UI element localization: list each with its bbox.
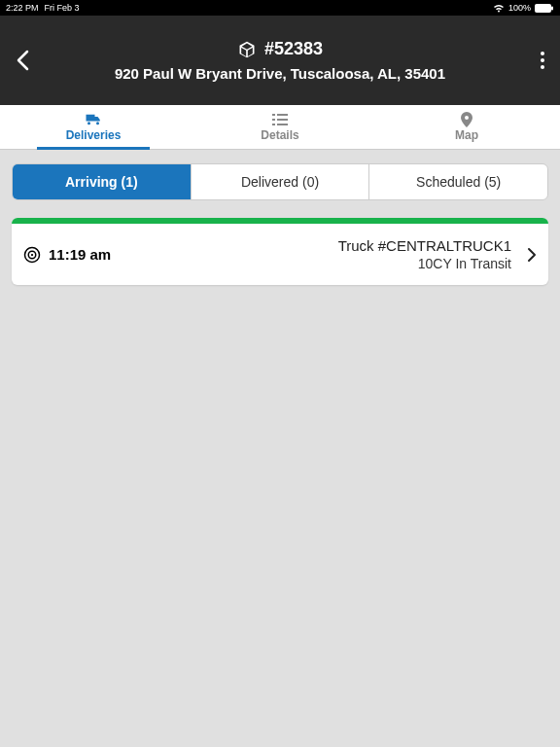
svg-rect-2 [272,114,275,116]
tab-details-label: Details [261,128,298,142]
segment-scheduled[interactable]: Scheduled (5) [369,164,547,199]
svg-rect-4 [272,119,275,121]
svg-rect-5 [277,119,288,121]
svg-point-10 [31,253,33,255]
svg-rect-7 [277,124,288,125]
arrival-time: 11:19 am [49,246,111,263]
segment-scheduled-label: Scheduled (5) [416,174,501,190]
tab-map[interactable]: Map [373,105,560,149]
segment-arriving[interactable]: Arriving (1) [13,164,192,199]
segment-delivered-label: Delivered (0) [241,174,319,190]
svg-rect-3 [277,114,288,116]
segment-control: Arriving (1) Delivered (0) Scheduled (5) [12,163,548,200]
segment-delivered[interactable]: Delivered (0) [192,164,370,199]
list-icon [272,112,288,127]
truck-id: Truck #CENTRALTRUCK1 [338,237,511,254]
pin-icon [461,112,472,127]
top-tabs: Deliveries Details Map [0,105,560,150]
svg-rect-1 [551,6,553,10]
battery-icon [535,4,554,13]
status-time: 2:22 PM [6,3,39,13]
more-options-button[interactable] [541,52,544,69]
header: #52383 920 Paul W Bryant Drive, Tuscaloo… [0,16,560,105]
target-icon [23,246,41,264]
svg-rect-0 [535,4,551,13]
order-number: #52383 [264,39,323,59]
package-icon [237,40,257,59]
delivery-card[interactable]: 11:19 am Truck #CENTRALTRUCK1 10CY In Tr… [12,218,548,285]
chevron-right-icon [527,247,537,263]
status-bar: 2:22 PM Fri Feb 3 100% [0,0,560,16]
tab-deliveries-label: Deliveries [66,128,122,142]
truck-icon [85,112,102,127]
segment-arriving-label: Arriving (1) [65,174,138,190]
tab-map-label: Map [455,128,478,142]
svg-rect-6 [272,124,275,125]
tab-details[interactable]: Details [187,105,373,149]
delivery-status: 10CY In Transit [338,256,511,271]
status-date: Fri Feb 3 [45,3,80,13]
wifi-icon [493,4,505,13]
address: 920 Paul W Bryant Drive, Tuscaloosa, AL,… [115,65,445,82]
battery-pct: 100% [508,3,531,13]
content-area: Arriving (1) Delivered (0) Scheduled (5)… [0,150,560,299]
tab-deliveries[interactable]: Deliveries [0,105,187,149]
back-button[interactable] [16,50,29,71]
